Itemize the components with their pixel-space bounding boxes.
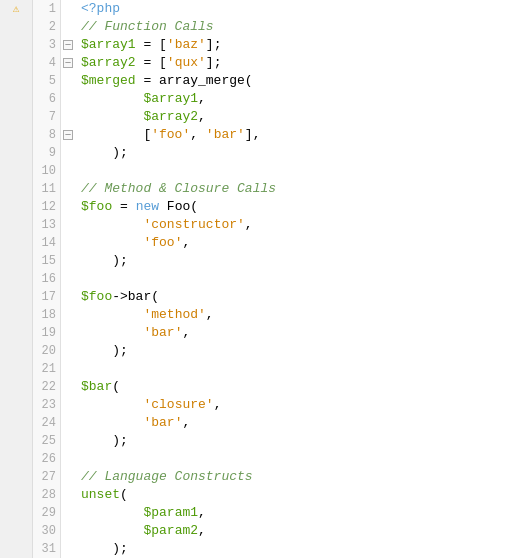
- token-plain: = array_merge(: [136, 72, 253, 90]
- line-number: 11: [42, 180, 56, 198]
- code-line: ['foo', 'bar'],: [81, 126, 505, 144]
- gutter-empty: [0, 162, 32, 180]
- fold-empty: [61, 180, 75, 198]
- gutter-empty: [0, 90, 32, 108]
- gutter-empty: [0, 486, 32, 504]
- line-number: 12: [42, 198, 56, 216]
- line-number: 8: [49, 126, 56, 144]
- code-line: );: [81, 540, 505, 558]
- fold-empty: [61, 324, 75, 342]
- token-var: $array1: [81, 36, 136, 54]
- code-area: <?php// Function Calls$array1 = ['baz'];…: [75, 0, 505, 558]
- token-var: $array1: [143, 90, 198, 108]
- token-plain: ,: [182, 324, 190, 342]
- token-comment: // Language Constructs: [81, 468, 253, 486]
- token-plain: = [: [136, 54, 167, 72]
- token-plain: [81, 216, 143, 234]
- gutter-empty: [0, 270, 32, 288]
- token-plain: [81, 234, 143, 252]
- line-number: 13: [42, 216, 56, 234]
- token-var: $bar: [81, 378, 112, 396]
- line-number: 9: [49, 144, 56, 162]
- token-comment: // Function Calls: [81, 18, 214, 36]
- gutter-empty: [0, 108, 32, 126]
- token-plain: [81, 504, 143, 522]
- line-number: 1: [49, 0, 56, 18]
- fold-empty: [61, 342, 75, 360]
- fold-empty: [61, 0, 75, 18]
- token-plain: ];: [206, 36, 222, 54]
- code-line: $foo = new Foo(: [81, 198, 505, 216]
- fold-empty: [61, 504, 75, 522]
- fold-empty: [61, 216, 75, 234]
- code-line: unset(: [81, 486, 505, 504]
- fold-empty: [61, 486, 75, 504]
- token-string: 'baz': [167, 36, 206, 54]
- fold-marker[interactable]: −: [61, 126, 75, 144]
- line-number: 22: [42, 378, 56, 396]
- token-plain: ,: [206, 306, 214, 324]
- line-number: 7: [49, 108, 56, 126]
- gutter-empty: [0, 216, 32, 234]
- fold-marker[interactable]: −: [61, 36, 75, 54]
- fold-marker[interactable]: −: [61, 54, 75, 72]
- fold-empty: [61, 468, 75, 486]
- token-plain: (: [112, 378, 120, 396]
- token-plain: ,: [198, 90, 206, 108]
- gutter-empty: [0, 306, 32, 324]
- gutter-empty: [0, 36, 32, 54]
- token-var: $array2: [143, 108, 198, 126]
- line-number: 20: [42, 342, 56, 360]
- code-line: $array2,: [81, 108, 505, 126]
- fold-empty: [61, 72, 75, 90]
- line-number: 29: [42, 504, 56, 522]
- line-number: 30: [42, 522, 56, 540]
- gutter-empty: [0, 396, 32, 414]
- token-plain: ,: [245, 216, 253, 234]
- token-var: $foo: [81, 288, 112, 306]
- code-line: $array1,: [81, 90, 505, 108]
- line-numbers: 1234567891011121314151617181920212223242…: [33, 0, 61, 558]
- gutter-empty: [0, 252, 32, 270]
- code-line: <?php: [81, 0, 505, 18]
- gutter-empty: [0, 522, 32, 540]
- token-plain: [81, 396, 143, 414]
- line-number: 17: [42, 288, 56, 306]
- gutter-empty: [0, 234, 32, 252]
- line-number: 26: [42, 450, 56, 468]
- token-string: 'method': [143, 306, 205, 324]
- code-line: $param1,: [81, 504, 505, 522]
- gutter-empty: [0, 342, 32, 360]
- token-plain: ->bar(: [112, 288, 159, 306]
- token-var: $param1: [143, 504, 198, 522]
- gutter-empty: [0, 468, 32, 486]
- token-plain: ,: [198, 504, 206, 522]
- token-string: 'constructor': [143, 216, 244, 234]
- token-plain: ,: [198, 522, 206, 540]
- code-line: $bar(: [81, 378, 505, 396]
- fold-column[interactable]: −−−: [61, 0, 75, 558]
- code-line: $array2 = ['qux'];: [81, 54, 505, 72]
- line-number: 16: [42, 270, 56, 288]
- warning-icon: ⚠: [0, 0, 32, 18]
- fold-empty: [61, 540, 75, 558]
- token-plain: ,: [182, 234, 190, 252]
- fold-empty: [61, 90, 75, 108]
- code-editor: ⚠ 12345678910111213141516171819202122232…: [0, 0, 505, 558]
- code-line: [81, 360, 505, 378]
- code-line: $merged = array_merge(: [81, 72, 505, 90]
- token-string: 'foo': [151, 126, 190, 144]
- token-var: $merged: [81, 72, 136, 90]
- token-var: unset: [81, 486, 120, 504]
- token-string: 'foo': [143, 234, 182, 252]
- line-number: 27: [42, 468, 56, 486]
- gutter-empty: [0, 540, 32, 558]
- token-plain: Foo(: [159, 198, 198, 216]
- line-number: 5: [49, 72, 56, 90]
- token-plain: );: [81, 252, 128, 270]
- token-plain: [81, 306, 143, 324]
- line-number: 31: [42, 540, 56, 558]
- fold-empty: [61, 450, 75, 468]
- token-plain: = [: [136, 36, 167, 54]
- token-plain: ],: [245, 126, 261, 144]
